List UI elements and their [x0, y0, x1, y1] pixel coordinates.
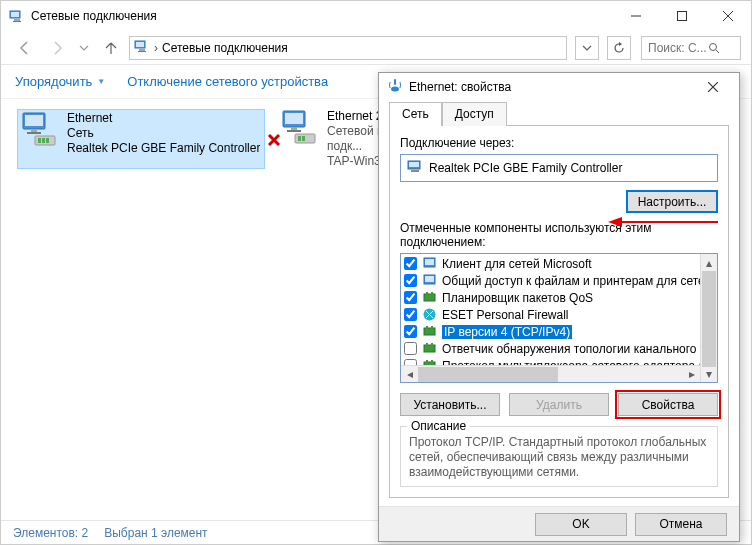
tab-access[interactable]: Доступ	[442, 102, 507, 126]
dialog-titlebar: Ethernet: свойства	[379, 73, 739, 101]
back-button[interactable]	[11, 34, 39, 62]
forward-button[interactable]	[43, 34, 71, 62]
adapter-icon	[407, 160, 423, 177]
tab-panel-network: Подключение через: Realtek PCIe GBE Fami…	[389, 125, 729, 498]
close-button[interactable]	[705, 1, 751, 31]
address-dropdown-button[interactable]	[575, 36, 599, 60]
search-box[interactable]	[641, 36, 741, 60]
ethernet-properties-icon	[387, 77, 403, 97]
scroll-right-arrow[interactable]: ▸	[683, 366, 700, 383]
svg-rect-21	[287, 130, 301, 132]
up-button[interactable]	[97, 34, 125, 62]
breadcrumb-segment[interactable]: Сетевые подключения	[162, 41, 288, 55]
component-label: Общий доступ к файлам и принтерам для се…	[442, 274, 718, 288]
scroll-thumb-h[interactable]	[418, 367, 558, 382]
dialog-tabs: Сеть Доступ	[379, 101, 739, 125]
connection-icon	[279, 109, 319, 147]
address-bar-row: › Сетевые подключения	[1, 31, 751, 65]
adapter-box: Realtek PCIe GBE Family Controller	[400, 154, 718, 182]
remove-button: Удалить	[509, 393, 609, 416]
svg-rect-38	[424, 328, 435, 335]
recent-locations-button[interactable]	[75, 34, 93, 62]
dialog-close-button[interactable]	[695, 73, 731, 101]
svg-rect-13	[27, 132, 41, 134]
connection-item-ethernet[interactable]: Ethernet Сеть Realtek PCIe GBE Family Co…	[17, 109, 265, 169]
component-checkbox[interactable]	[404, 291, 417, 304]
svg-rect-3	[13, 21, 21, 22]
svg-rect-19	[285, 113, 303, 124]
svg-rect-11	[25, 115, 43, 126]
connection-device: Realtek PCIe GBE Family Controller	[67, 141, 260, 156]
component-icon	[422, 341, 437, 356]
search-input[interactable]	[646, 40, 708, 56]
description-text: Протокол TCP/IP. Стандартный протокол гл…	[409, 435, 709, 480]
status-selected: Выбран 1 элемент	[104, 526, 207, 540]
dialog-title: Ethernet: свойства	[409, 80, 695, 94]
component-item[interactable]: ESET Personal Firewall	[401, 306, 717, 323]
component-item[interactable]: Клиент для сетей Microsoft	[401, 255, 717, 272]
svg-rect-46	[431, 360, 433, 363]
minimize-button[interactable]	[613, 1, 659, 31]
organize-menu[interactable]: Упорядочить ▼	[15, 74, 105, 89]
component-checkbox[interactable]	[404, 308, 417, 321]
scroll-down-arrow[interactable]: ▾	[701, 365, 717, 382]
components-label: Отмеченные компоненты используются этим …	[400, 221, 718, 249]
svg-rect-34	[424, 294, 435, 301]
svg-rect-36	[431, 292, 433, 295]
component-icon	[422, 290, 437, 305]
scroll-up-arrow[interactable]: ▴	[701, 254, 717, 271]
svg-rect-45	[426, 360, 428, 363]
breadcrumb-chevron-icon[interactable]: ›	[154, 41, 158, 55]
ok-button[interactable]: OK	[535, 513, 627, 536]
component-item[interactable]: Ответчик обнаружения топологии канальног…	[401, 340, 717, 357]
tab-network[interactable]: Сеть	[389, 102, 442, 126]
svg-rect-16	[42, 138, 45, 143]
component-item[interactable]: Планировщик пакетов QoS	[401, 289, 717, 306]
components-listbox[interactable]: Клиент для сетей MicrosoftОбщий доступ к…	[400, 253, 718, 383]
svg-rect-33	[425, 276, 434, 282]
svg-point-26	[391, 87, 399, 92]
component-icon	[422, 273, 437, 288]
svg-rect-28	[409, 162, 419, 167]
component-icon	[422, 256, 437, 271]
svg-rect-24	[302, 136, 305, 141]
scroll-thumb[interactable]	[702, 271, 716, 367]
dialog-button-bar: OK Отмена	[379, 506, 739, 541]
network-connections-icon	[9, 8, 25, 24]
maximize-button[interactable]	[659, 1, 705, 31]
connection-info: Ethernet Сеть Realtek PCIe GBE Family Co…	[67, 111, 260, 156]
component-item[interactable]: IP версии 4 (TCP/IPv4)	[401, 323, 717, 340]
component-checkbox[interactable]	[404, 342, 417, 355]
install-button[interactable]: Установить...	[400, 393, 500, 416]
svg-rect-15	[38, 138, 41, 143]
window-title: Сетевые подключения	[31, 9, 613, 23]
component-checkbox[interactable]	[404, 325, 417, 338]
refresh-button[interactable]	[607, 36, 631, 60]
configure-button[interactable]: Настроить...	[626, 190, 718, 213]
svg-rect-12	[31, 129, 37, 132]
svg-point-9	[710, 43, 717, 50]
vertical-scrollbar[interactable]: ▴ ▾	[700, 254, 717, 382]
svg-rect-1	[11, 12, 19, 17]
cancel-button[interactable]: Отмена	[635, 513, 727, 536]
svg-rect-41	[424, 345, 435, 352]
component-buttons-row: Установить... Удалить Свойства	[400, 393, 718, 416]
svg-rect-29	[411, 170, 419, 172]
search-icon	[708, 42, 720, 54]
window-controls	[613, 1, 751, 31]
address-bar[interactable]: › Сетевые подключения	[129, 36, 567, 60]
horizontal-scrollbar[interactable]: ◂ ▸	[401, 365, 700, 382]
svg-rect-23	[298, 136, 301, 141]
disable-device-command[interactable]: Отключение сетевого устройства	[127, 74, 328, 89]
breadcrumb-icon	[134, 38, 150, 57]
connect-through-label: Подключение через:	[400, 136, 718, 150]
description-group: Описание Протокол TCP/IP. Стандартный пр…	[400, 426, 718, 487]
properties-button[interactable]: Свойства	[618, 393, 718, 416]
component-label: Клиент для сетей Microsoft	[442, 257, 592, 271]
svg-rect-31	[425, 259, 434, 265]
component-checkbox[interactable]	[404, 274, 417, 287]
component-item[interactable]: Общий доступ к файлам и принтерам для се…	[401, 272, 717, 289]
component-checkbox[interactable]	[404, 257, 417, 270]
scroll-left-arrow[interactable]: ◂	[401, 366, 418, 383]
error-x-icon	[267, 133, 281, 151]
